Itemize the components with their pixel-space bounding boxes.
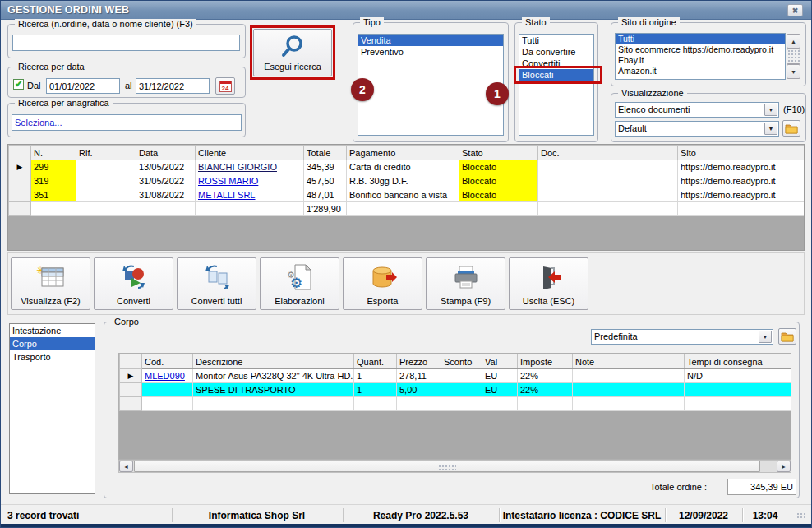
item-description: SPESE DI TRASPORTO bbox=[193, 383, 354, 397]
elaborazioni-button[interactable]: ⚙ ⚙ Elaborazioni bbox=[260, 257, 339, 310]
col-sconto[interactable]: Sconto bbox=[441, 354, 482, 369]
date-filter-checkbox[interactable]: ✔ bbox=[13, 79, 24, 90]
chevron-down-icon[interactable]: ▼ bbox=[759, 331, 772, 343]
item-row[interactable]: ▶ MLED090 Monitor Asus PA328Q 32" 4K Ult… bbox=[120, 369, 791, 383]
totale-ordine-label: Totale ordine : bbox=[650, 482, 707, 492]
title-bar: GESTIONE ORDINI WEB ✖ bbox=[1, 1, 811, 20]
order-row[interactable]: 319 31/05/2022 ROSSI MARIO 457,50 R.B. 3… bbox=[9, 174, 805, 188]
visualizzazione-combo[interactable]: Elenco documenti ▼ bbox=[615, 102, 779, 118]
item-row[interactable]: SPESE DI TRASPORTO 1 5,00 EU 22% bbox=[120, 383, 791, 397]
gears-document-icon: ⚙ ⚙ bbox=[286, 258, 314, 296]
visualizza-button[interactable]: ✳ Visualizza (F2) bbox=[11, 257, 90, 310]
sito-item-ebay[interactable]: Ebay.it bbox=[616, 55, 785, 66]
section-item-trasporto[interactable]: Trasporto bbox=[10, 350, 95, 364]
stato-item-bloccati[interactable]: Bloccati bbox=[519, 69, 593, 81]
folder-icon[interactable] bbox=[778, 328, 796, 345]
item-discount bbox=[441, 369, 482, 383]
tipo-item-vendita[interactable]: Vendita bbox=[358, 35, 503, 46]
order-rif bbox=[76, 174, 136, 188]
stampa-button[interactable]: Stampa (F9) bbox=[426, 257, 505, 310]
converti-button[interactable]: Converti bbox=[94, 257, 173, 310]
order-doc bbox=[538, 160, 678, 174]
scroll-left-icon[interactable]: ◄ bbox=[119, 461, 133, 472]
item-note bbox=[573, 383, 685, 397]
sito-origine-listbox: Tutti Sito ecommerce https://demo.readyp… bbox=[615, 33, 786, 80]
order-row[interactable]: ▶ 299 13/05/2022 BIANCHI GIORGIO 345,39 … bbox=[9, 160, 805, 174]
al-label: al bbox=[125, 81, 132, 90]
item-price: 5,00 bbox=[397, 383, 441, 397]
col-doc[interactable]: Doc. bbox=[538, 146, 678, 160]
items-grid-hscrollbar[interactable]: ◄ ► bbox=[118, 460, 791, 473]
order-number: 299 bbox=[31, 160, 76, 174]
col-descrizione[interactable]: Descrizione bbox=[193, 354, 354, 369]
customer-link[interactable]: METALLI SRL bbox=[198, 190, 256, 200]
col-cod[interactable]: Cod. bbox=[142, 354, 193, 369]
col-cliente[interactable]: Cliente bbox=[196, 146, 304, 160]
hscrollbar-thumb[interactable] bbox=[134, 461, 760, 472]
scroll-up-icon[interactable]: ▲ bbox=[787, 34, 800, 49]
order-site: https://demo.readypro.it bbox=[678, 160, 787, 174]
item-code-link[interactable]: MLED090 bbox=[145, 371, 185, 381]
scroll-right-icon[interactable]: ► bbox=[777, 461, 791, 472]
section-item-corpo[interactable]: Corpo bbox=[10, 337, 95, 350]
col-rif[interactable]: Rif. bbox=[76, 146, 136, 160]
col-note[interactable]: Note bbox=[573, 354, 685, 369]
item-delivery: N/D bbox=[685, 369, 791, 383]
uscita-button[interactable]: Uscita (ESC) bbox=[509, 257, 588, 310]
col-imposte[interactable]: Imposte bbox=[518, 354, 573, 369]
item-qty: 1 bbox=[354, 369, 397, 383]
order-row[interactable]: 351 31/08/2022 METALLI SRL 487,01 Bonifi… bbox=[9, 188, 805, 202]
item-qty: 1 bbox=[354, 383, 397, 397]
predefinita-combo[interactable]: Predefinita ▼ bbox=[591, 329, 773, 345]
exit-door-icon bbox=[535, 258, 563, 296]
stato-item-da-convertire[interactable]: Da convertire bbox=[519, 46, 593, 58]
scroll-down-icon[interactable]: ▼ bbox=[787, 64, 800, 79]
col-stato[interactable]: Stato bbox=[459, 146, 538, 160]
order-payment: Bonifico bancario a vista bbox=[347, 188, 459, 202]
resize-grip[interactable] bbox=[796, 512, 806, 519]
folder-icon[interactable] bbox=[782, 120, 800, 137]
gestione-ordini-web-window: GESTIONE ORDINI WEB ✖ Ricerca (n.ordine,… bbox=[0, 0, 812, 528]
converti-tutti-button[interactable]: Converti tutti bbox=[177, 257, 256, 310]
esporta-button[interactable]: Esporta bbox=[343, 257, 422, 310]
stato-item-tutti[interactable]: Tutti bbox=[519, 35, 593, 46]
customer-link[interactable]: BIANCHI GIORGIO bbox=[198, 162, 277, 172]
date-from-input[interactable] bbox=[46, 78, 120, 94]
scrollbar-thumb[interactable] bbox=[787, 49, 800, 64]
col-pagamento[interactable]: Pagamento bbox=[347, 146, 459, 160]
col-prezzo[interactable]: Prezzo bbox=[397, 354, 441, 369]
status-company: Informatica Shop Srl bbox=[173, 505, 340, 526]
tipo-item-preventivo[interactable]: Preventivo bbox=[358, 46, 503, 58]
layout-combo[interactable]: Default ▼ bbox=[615, 121, 779, 137]
search-input[interactable] bbox=[12, 35, 240, 51]
stato-item-convertiti[interactable]: Convertiti bbox=[519, 58, 593, 69]
customer-link[interactable]: ROSSI MARIO bbox=[198, 176, 258, 186]
chevron-down-icon[interactable]: ▼ bbox=[764, 123, 777, 135]
sito-item-amazon[interactable]: Amazon.it bbox=[616, 66, 785, 76]
col-n[interactable]: N. bbox=[31, 146, 76, 160]
date-to-input[interactable] bbox=[136, 78, 210, 94]
sito-item-ecommerce[interactable]: Sito ecommerce https://demo.readypro.it bbox=[616, 44, 785, 55]
orders-grand-total: 1'289,90 bbox=[304, 202, 347, 216]
orders-grid: N. Rif. Data Cliente Totale Pagamento St… bbox=[7, 144, 805, 251]
close-icon[interactable]: ✖ bbox=[787, 4, 803, 16]
esegui-ricerca-button[interactable]: Esegui ricerca bbox=[253, 29, 332, 76]
col-quant[interactable]: Quant. bbox=[354, 354, 397, 369]
order-doc bbox=[538, 174, 678, 188]
window-bottom-edge bbox=[1, 524, 811, 527]
col-data[interactable]: Data bbox=[136, 146, 196, 160]
visualizzazione-combo-value: Elenco documenti bbox=[618, 104, 762, 116]
current-row-marker: ▶ bbox=[9, 160, 31, 174]
col-val[interactable]: Val bbox=[482, 354, 518, 369]
f10-hint-label: (F10) bbox=[783, 104, 805, 114]
status-time: 13:04 bbox=[744, 505, 787, 526]
section-item-intestazione[interactable]: Intestazione bbox=[10, 324, 95, 337]
sito-item-tutti[interactable]: Tutti bbox=[616, 34, 785, 44]
chevron-down-icon[interactable]: ▼ bbox=[764, 104, 777, 116]
anagrafica-input[interactable] bbox=[12, 114, 242, 131]
calendar-icon[interactable]: 24 bbox=[215, 77, 235, 95]
col-sito[interactable]: Sito bbox=[678, 146, 787, 160]
col-tempi[interactable]: Tempi di consegna bbox=[685, 354, 791, 369]
order-status: Bloccato bbox=[459, 188, 538, 202]
col-totale[interactable]: Totale bbox=[304, 146, 347, 160]
